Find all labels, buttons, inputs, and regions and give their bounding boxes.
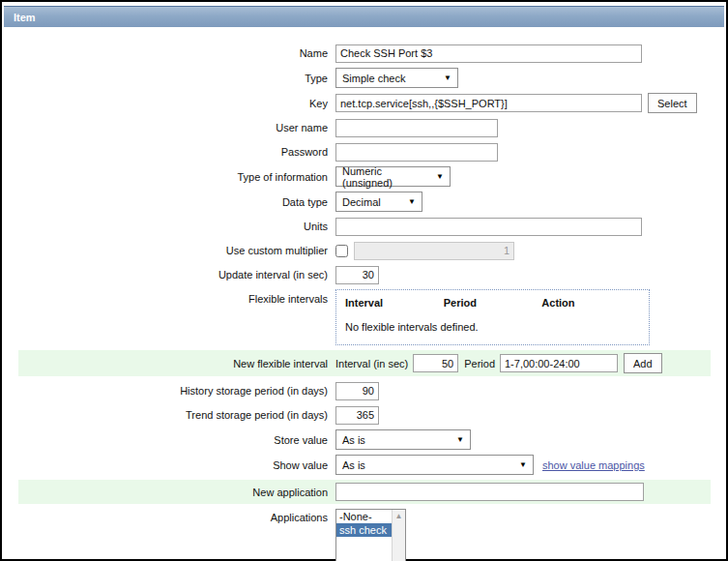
row-update-interval: Update interval (in sec) — [2, 265, 726, 284]
item-form: Name Type Simple check ▼ Key Select User… — [2, 27, 726, 561]
flexible-intervals-col-action: Action — [541, 297, 640, 309]
show-value-mappings-link[interactable]: show value mappings — [542, 459, 645, 471]
new-application-label: New application — [18, 487, 335, 498]
row-history: History storage period (in days) — [2, 381, 726, 400]
row-new-application: New application — [2, 480, 726, 504]
scroll-up-icon[interactable]: ▲ — [395, 512, 403, 520]
row-applications: Applications -None- ssh check ▲ ▼ — [2, 509, 726, 561]
new-flexible-interval-period-input[interactable] — [500, 354, 618, 372]
custom-multiplier-checkbox[interactable] — [335, 245, 348, 257]
chevron-down-icon: ▼ — [456, 435, 464, 444]
row-new-flexible-interval: New flexible interval Interval (in sec) … — [2, 350, 726, 376]
type-of-information-label: Type of information — [2, 171, 335, 183]
update-interval-label: Update interval (in sec) — [2, 269, 335, 280]
chevron-down-icon: ▼ — [408, 197, 416, 206]
data-type-label: Data type — [2, 196, 335, 208]
custom-multiplier-input — [354, 242, 514, 260]
data-type-select[interactable]: Decimal ▼ — [335, 192, 422, 212]
row-password: Password — [2, 142, 726, 162]
trends-label: Trend storage period (in days) — [2, 409, 335, 421]
flexible-intervals-col-period: Period — [444, 297, 542, 309]
flexible-intervals-header: Interval Period Action — [345, 297, 640, 309]
row-units: Units — [2, 217, 726, 236]
units-input[interactable] — [335, 218, 642, 236]
trends-input[interactable] — [335, 406, 379, 425]
row-store-value: Store value As is ▼ — [2, 429, 726, 450]
new-flexible-interval-interval-label: Interval (in sec) — [335, 358, 408, 369]
show-value-select[interactable]: As is ▼ — [335, 455, 534, 475]
form-header: Item — [4, 6, 724, 27]
flexible-intervals-empty-text: No flexible intervals defined. — [345, 321, 640, 333]
name-input[interactable] — [335, 44, 642, 63]
type-label: Type — [2, 73, 335, 84]
type-of-information-select-value: Numeric (unsigned) — [342, 165, 426, 189]
select-button[interactable]: Select — [648, 93, 697, 113]
new-flexible-interval-label: New flexible interval — [18, 358, 335, 369]
chevron-down-icon: ▼ — [436, 172, 444, 181]
applications-option-ssh-check[interactable]: ssh check — [336, 523, 392, 537]
update-interval-input[interactable] — [335, 266, 379, 284]
chevron-down-icon: ▼ — [519, 460, 527, 469]
password-label: Password — [2, 146, 335, 158]
add-button[interactable]: Add — [624, 353, 662, 373]
flexible-intervals-col-interval: Interval — [345, 297, 444, 309]
row-data-type: Data type Decimal ▼ — [2, 192, 726, 212]
username-input[interactable] — [335, 119, 498, 137]
key-input[interactable] — [335, 94, 642, 112]
flexible-intervals-box: Interval Period Action No flexible inter… — [335, 289, 650, 345]
data-type-select-value: Decimal — [342, 196, 381, 208]
applications-label: Applications — [2, 509, 335, 523]
new-flexible-interval-input[interactable] — [413, 354, 458, 372]
applications-option-none[interactable]: -None- — [336, 510, 392, 523]
history-label: History storage period (in days) — [2, 385, 335, 397]
applications-scrollbar[interactable]: ▲ ▼ — [392, 510, 405, 561]
key-label: Key — [2, 98, 335, 109]
row-type-of-information: Type of information Numeric (unsigned) ▼ — [2, 166, 726, 187]
flexible-intervals-label: Flexible intervals — [2, 289, 335, 305]
store-value-select-value: As is — [342, 434, 365, 446]
applications-listbox[interactable]: -None- ssh check ▲ ▼ — [335, 509, 406, 561]
history-input[interactable] — [335, 382, 379, 400]
type-of-information-select[interactable]: Numeric (unsigned) ▼ — [335, 166, 451, 187]
show-value-label: Show value — [2, 459, 335, 471]
row-name: Name — [2, 44, 726, 63]
username-label: User name — [2, 122, 335, 133]
row-type: Type Simple check ▼ — [2, 68, 726, 88]
type-select-value: Simple check — [342, 73, 405, 84]
row-custom-multiplier: Use custom multiplier — [2, 241, 726, 260]
row-trends: Trend storage period (in days) — [2, 405, 726, 425]
item-form-page: Item Name Type Simple check ▼ Key Select… — [0, 0, 728, 561]
applications-options: -None- ssh check — [336, 510, 392, 561]
row-flexible-intervals: Flexible intervals Interval Period Actio… — [2, 289, 726, 345]
new-flexible-interval-period-label: Period — [464, 358, 495, 369]
store-value-select[interactable]: As is ▼ — [335, 429, 471, 450]
row-username: User name — [2, 118, 726, 137]
units-label: Units — [2, 221, 335, 232]
row-show-value: Show value As is ▼ show value mappings — [2, 455, 726, 475]
name-label: Name — [2, 47, 335, 59]
type-select[interactable]: Simple check ▼ — [335, 68, 458, 88]
row-key: Key Select — [2, 93, 726, 113]
password-input[interactable] — [335, 143, 498, 162]
show-value-select-value: As is — [342, 459, 365, 471]
custom-multiplier-label: Use custom multiplier — [2, 245, 335, 256]
page-title: Item — [4, 12, 36, 23]
store-value-label: Store value — [2, 434, 335, 446]
chevron-down-icon: ▼ — [444, 74, 451, 82]
new-application-input[interactable] — [335, 483, 644, 501]
